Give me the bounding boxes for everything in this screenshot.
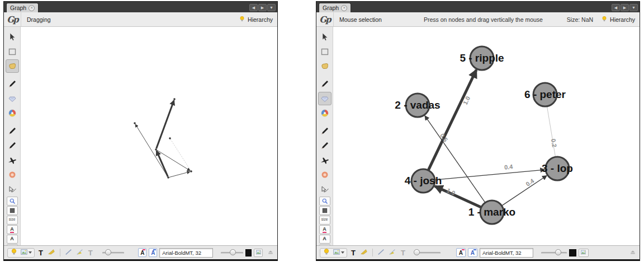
drag-tool[interactable] bbox=[6, 59, 19, 73]
label-size-button[interactable]: A bbox=[7, 235, 18, 244]
edge-influence-tool[interactable] bbox=[318, 183, 332, 196]
screenshot-dropdown-icon bbox=[341, 251, 344, 254]
direct-selection-tool[interactable] bbox=[6, 30, 19, 44]
text-size-mode-button[interactable]: T bbox=[399, 249, 407, 257]
default-color-button[interactable] bbox=[245, 249, 252, 256]
edge-pencil-tool[interactable] bbox=[6, 139, 19, 152]
node-label-color-button[interactable]: A bbox=[456, 248, 466, 257]
lightbulb-icon bbox=[601, 16, 608, 24]
tab-close-icon[interactable]: × bbox=[341, 5, 347, 11]
edge-label-color-button[interactable]: A bbox=[149, 248, 157, 257]
tab-list-button[interactable]: ▼ bbox=[629, 4, 638, 11]
graph-node-vadas[interactable] bbox=[134, 122, 136, 124]
status-bar: Gp Mouse selection Press on nodes and dr… bbox=[316, 12, 640, 27]
graph-svg[interactable]: 0.20.40.40.51.01.05 - ripple2 - vadas6 -… bbox=[333, 27, 640, 245]
tab-list-button[interactable]: ▼ bbox=[267, 4, 276, 11]
text-size-mode-button[interactable]: T bbox=[87, 249, 94, 257]
hierarchy-toggle[interactable]: Hierarchy bbox=[601, 16, 635, 24]
painter-tool[interactable] bbox=[6, 77, 19, 91]
graph-node-josh[interactable] bbox=[155, 148, 157, 151]
shortest-path-tool[interactable] bbox=[318, 153, 332, 167]
resize-button[interactable]: size bbox=[319, 216, 330, 225]
font-field[interactable]: Arial-BoldMT, 32 bbox=[159, 248, 213, 258]
edge-color-mode-button[interactable] bbox=[388, 248, 397, 258]
label-size-slider[interactable] bbox=[541, 249, 567, 256]
collapse-toolbar-icon[interactable] bbox=[267, 248, 274, 258]
resize-button[interactable]: size bbox=[7, 216, 18, 225]
direct-selection-tool[interactable] bbox=[318, 30, 332, 44]
edge-weight-slider[interactable] bbox=[415, 249, 441, 256]
node-label-josh: 4 - josh bbox=[405, 175, 442, 186]
screenshot-button[interactable] bbox=[20, 248, 32, 258]
show-edges-button[interactable] bbox=[64, 248, 73, 258]
sizer-tool[interactable] bbox=[6, 92, 19, 105]
graph-window-left: Graph × ◀ ▶ ▼ Gp Dragging Hierarchy siz bbox=[3, 1, 278, 261]
show-node-labels-button[interactable]: T bbox=[37, 249, 45, 257]
background-color-button[interactable] bbox=[322, 248, 331, 258]
show-edges-button[interactable] bbox=[377, 248, 386, 258]
collapse-toolbar-icon[interactable] bbox=[629, 248, 636, 258]
heat-map-tool[interactable] bbox=[6, 168, 19, 181]
label-size-button[interactable]: A bbox=[319, 235, 330, 244]
tab-label: Graph bbox=[323, 4, 339, 11]
status-mode-text: Mouse selection bbox=[339, 16, 382, 23]
default-color-button[interactable] bbox=[569, 249, 576, 256]
slider-knob bbox=[555, 249, 561, 255]
graph-node-lop[interactable] bbox=[190, 170, 192, 172]
label-size-slider[interactable] bbox=[221, 249, 243, 256]
edge-color-mode-button[interactable] bbox=[75, 248, 84, 258]
node-pencil-tool[interactable] bbox=[318, 124, 332, 138]
label-attributes-button[interactable] bbox=[579, 249, 589, 257]
brush-tool[interactable] bbox=[318, 106, 332, 120]
status-bar: Gp Dragging Hierarchy bbox=[4, 12, 277, 27]
screenshot-button[interactable] bbox=[332, 248, 345, 258]
edge-weight-slider[interactable] bbox=[102, 249, 125, 256]
rectangle-selection-tool[interactable] bbox=[6, 45, 19, 58]
rectangle-selection-tool[interactable] bbox=[318, 45, 332, 58]
label-color-button[interactable]: A bbox=[7, 225, 18, 234]
lightbulb-icon bbox=[239, 16, 245, 24]
tab-graph[interactable]: Graph × bbox=[6, 3, 39, 12]
graph-svg[interactable] bbox=[21, 27, 277, 245]
tab-graph[interactable]: Graph × bbox=[319, 3, 351, 12]
label-attributes-button[interactable] bbox=[254, 249, 263, 257]
tool-palette: sizeAAA bbox=[4, 27, 21, 245]
hierarchy-toggle[interactable]: Hierarchy bbox=[239, 16, 273, 24]
label-color-button[interactable]: A bbox=[319, 225, 330, 234]
reset-zoom-button[interactable] bbox=[319, 197, 330, 206]
status-mode-text: Dragging bbox=[27, 16, 51, 23]
graph-edge-marko-lop bbox=[501, 176, 546, 206]
center-graph-button[interactable] bbox=[7, 206, 18, 215]
graph-edge-peter-lop bbox=[547, 106, 555, 157]
graph-canvas[interactable] bbox=[21, 27, 277, 245]
background-color-button[interactable] bbox=[10, 248, 18, 258]
drag-tool[interactable] bbox=[318, 59, 332, 73]
tab-scroll-right-button[interactable]: ▶ bbox=[258, 4, 267, 11]
show-edge-labels-button[interactable] bbox=[47, 248, 56, 258]
edge-pencil-tool[interactable] bbox=[318, 139, 332, 152]
tab-scroll-right-button[interactable]: ▶ bbox=[621, 4, 629, 11]
font-field[interactable]: Arial-BoldMT, 32 bbox=[480, 248, 533, 258]
graph-node-ripple[interactable] bbox=[173, 98, 176, 100]
center-graph-button[interactable] bbox=[319, 206, 330, 215]
painter-tool[interactable] bbox=[318, 77, 332, 91]
shortest-path-tool[interactable] bbox=[6, 153, 19, 167]
bottom-toolbar: T T A A Arial-BoldMT, 32 bbox=[4, 245, 277, 259]
graph-node-marko[interactable] bbox=[167, 176, 169, 179]
heat-map-tool[interactable] bbox=[318, 168, 332, 181]
edge-influence-tool[interactable] bbox=[6, 183, 19, 196]
brush-tool[interactable] bbox=[6, 106, 19, 120]
show-edge-labels-button[interactable] bbox=[359, 248, 368, 258]
sizer-tool[interactable] bbox=[318, 92, 332, 105]
tab-scroll-left-button[interactable]: ◀ bbox=[249, 4, 258, 11]
node-label-color-button[interactable]: A bbox=[138, 248, 146, 257]
edge-label-color-button[interactable]: A bbox=[468, 248, 477, 257]
node-pencil-tool[interactable] bbox=[6, 124, 19, 138]
tab-nav: ◀ ▶ ▼ bbox=[249, 4, 276, 11]
tab-scroll-left-button[interactable]: ◀ bbox=[612, 4, 620, 11]
graph-node-peter[interactable] bbox=[169, 137, 171, 139]
show-node-labels-button[interactable]: T bbox=[349, 249, 357, 257]
tab-close-icon[interactable]: × bbox=[29, 5, 35, 11]
graph-canvas[interactable]: 0.20.40.40.51.01.05 - ripple2 - vadas6 -… bbox=[333, 27, 640, 245]
reset-zoom-button[interactable] bbox=[7, 197, 18, 206]
